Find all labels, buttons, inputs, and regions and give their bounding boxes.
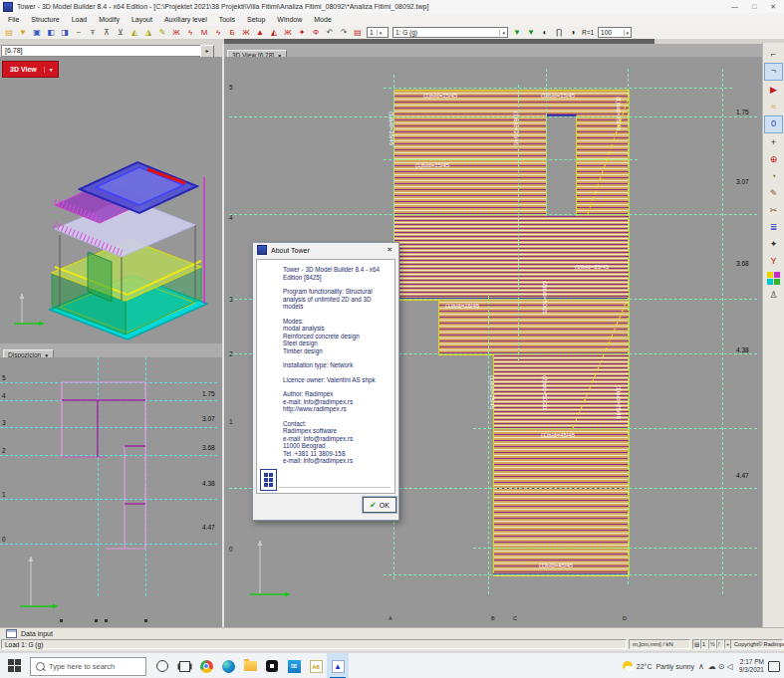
menu-setup[interactable]: Setup	[241, 15, 271, 24]
tray-icon-1[interactable]: ⊙	[718, 662, 725, 671]
coordinate-input[interactable]: [6.78]	[1, 45, 203, 57]
view-mode-button[interactable]: 3D View ▼	[2, 61, 59, 78]
close-button[interactable]: ✕	[770, 3, 776, 11]
grid-number: 3	[229, 296, 233, 303]
side-toolbar-icon-2[interactable]: ▶	[765, 82, 782, 98]
side-toolbar-icon-14[interactable]: ♙	[765, 287, 782, 303]
taskbar-clock[interactable]: 2:17 PM 9/3/2021	[739, 658, 764, 674]
toolbar-icon-2[interactable]: ▣	[30, 27, 44, 39]
toolbar-icon-12[interactable]: Ж	[169, 27, 183, 39]
toolbar-icon-25[interactable]: ▤	[351, 27, 365, 39]
slab-region[interactable]	[393, 214, 630, 301]
tower-taskbar-button[interactable]: ▲	[327, 653, 349, 678]
store-taskbar-button[interactable]	[261, 653, 283, 678]
toolbar-icon-8[interactable]: ⊻	[114, 27, 128, 39]
toolbar-icon-6[interactable]: Ŧ	[86, 27, 100, 39]
side-toolbar-icon-4[interactable]: 0	[764, 115, 783, 133]
menu-load[interactable]: Load	[66, 15, 94, 24]
toolbar-icon2-4[interactable]: ◑	[566, 27, 580, 39]
toolbar-icon-4[interactable]: ◨	[58, 27, 72, 39]
menu-structure[interactable]: Structure	[25, 15, 65, 24]
weather-icon[interactable]	[623, 661, 633, 671]
maximize-button[interactable]: □	[752, 3, 756, 11]
toolbar-icon-18[interactable]: ▲	[253, 27, 267, 39]
side-toolbar-icon-11[interactable]: ✦	[765, 236, 782, 252]
minimize-button[interactable]: —	[731, 3, 738, 11]
toolbar-icon-23[interactable]: ↶	[323, 27, 337, 39]
beam-label: (1)b/d=25/45	[575, 264, 609, 270]
tray-icon-2[interactable]: ◁	[727, 662, 733, 671]
toolbar-icon-13[interactable]: ϟ	[183, 27, 197, 39]
scale-label: R=1	[582, 29, 594, 36]
scale-selector[interactable]: 100▾	[598, 27, 632, 38]
menu-layout[interactable]: Layout	[126, 15, 158, 24]
start-button[interactable]	[8, 659, 21, 672]
3d-view-canvas[interactable]: 3D View ▼	[0, 57, 224, 343]
side-toolbar-icon-3[interactable]: ≈	[765, 99, 782, 114]
story-height-label: 3.07	[202, 415, 215, 422]
toolbar-icon-14[interactable]: M	[197, 27, 211, 39]
toolbar-icon-16[interactable]: Б	[225, 27, 239, 39]
notification-center-icon[interactable]	[768, 661, 780, 672]
toolbar-icon2-1[interactable]: ▼	[524, 27, 538, 39]
explorer-taskbar-button[interactable]	[239, 653, 261, 678]
toolbar-icon-24[interactable]: ↷	[337, 27, 351, 39]
taskview-taskbar-button[interactable]	[173, 653, 195, 678]
slab-region[interactable]	[393, 90, 630, 161]
side-toolbar-icon-13[interactable]	[765, 270, 782, 286]
side-toolbar-icon-0[interactable]: ⌐	[765, 46, 782, 62]
toolbar-icon-0[interactable]: ▤	[2, 27, 16, 39]
toolbar-icon-19[interactable]: ◭	[267, 27, 281, 39]
menu-file[interactable]: File	[2, 15, 25, 24]
status-units[interactable]: m,[cm,mm] / kN	[629, 639, 690, 649]
side-toolbar-icon-9[interactable]: ✂	[765, 202, 782, 218]
edge-taskbar-button[interactable]	[217, 653, 239, 678]
menu-window[interactable]: Window	[271, 15, 308, 24]
side-toolbar-icon-10[interactable]: ≣	[765, 219, 782, 235]
tray-chevron-icon[interactable]: ∧	[698, 662, 704, 671]
side-toolbar-icon-8[interactable]: ✎	[765, 185, 782, 201]
mail-taskbar-button[interactable]: ✉	[283, 653, 305, 678]
taskbar-search[interactable]: Type here to search	[30, 657, 146, 676]
side-toolbar-icon-1[interactable]: ¬	[764, 63, 783, 81]
load-case-selector[interactable]: 1: G (g)▾	[392, 27, 508, 38]
chrome-taskbar-button[interactable]	[195, 653, 217, 678]
toolbar-icon-9[interactable]: ◭	[128, 27, 141, 39]
toolbar-icon-15[interactable]: ϟ	[211, 27, 225, 39]
toolbar-icon-21[interactable]: ✦	[295, 27, 309, 39]
slab-region[interactable]	[493, 428, 630, 550]
ok-button[interactable]: ✔ OK	[363, 497, 396, 513]
toolbar-icon-11[interactable]: ✎	[155, 27, 169, 39]
side-toolbar-icon-7[interactable]: ◔	[765, 168, 782, 184]
toolbar-icon-10[interactable]: ◮	[141, 27, 155, 39]
slab-region[interactable]	[493, 353, 630, 430]
elevation-view-canvas[interactable]: 5432101.753.073.684.384.47	[0, 357, 224, 627]
toolbar-icon2-0[interactable]: ▼	[510, 27, 524, 39]
toolbar-icon-7[interactable]: ⊼	[100, 27, 114, 39]
toolbar-icon-1[interactable]: ▼	[16, 27, 30, 39]
side-toolbar-icon-12[interactable]: Y	[765, 253, 782, 269]
toolbar-icon-5[interactable]: −	[72, 27, 86, 39]
toolbar-icon-3[interactable]: ◧	[44, 27, 58, 39]
dialog-text-line: Tel. +381 11 3809-158	[283, 450, 391, 458]
side-toolbar-icon-6[interactable]: ⊕	[765, 151, 782, 167]
level-selector[interactable]: 1▾	[367, 27, 389, 38]
tab-data-input[interactable]: Data input	[21, 630, 53, 637]
armcad-taskbar-button[interactable]: A6	[305, 653, 327, 678]
toolbar-icon-17[interactable]: Ж	[239, 27, 253, 39]
menu-tools[interactable]: Tools	[213, 15, 241, 24]
menu-modify[interactable]: Modify	[93, 15, 126, 24]
toolbar-icon2-3[interactable]: ∏	[552, 27, 566, 39]
grid-line	[384, 159, 638, 160]
menu-auxiliary-level[interactable]: Auxiliary level	[158, 15, 213, 24]
toolbar-icon2-2[interactable]: ◐	[538, 27, 552, 39]
menu-mode[interactable]: Mode	[308, 15, 338, 24]
side-toolbar-icon-5[interactable]: +	[765, 134, 782, 150]
tower-icon: ▲	[332, 660, 345, 673]
toolbar-icon-22[interactable]: Ф	[309, 27, 323, 39]
toolbar-icon-20[interactable]: Ж	[281, 27, 295, 39]
tray-icon-0[interactable]: ☁	[708, 662, 716, 671]
dialog-title-bar[interactable]: About Tower ✕	[253, 243, 398, 257]
dialog-close-button[interactable]: ✕	[387, 246, 398, 254]
cortana-taskbar-button[interactable]	[151, 653, 173, 678]
